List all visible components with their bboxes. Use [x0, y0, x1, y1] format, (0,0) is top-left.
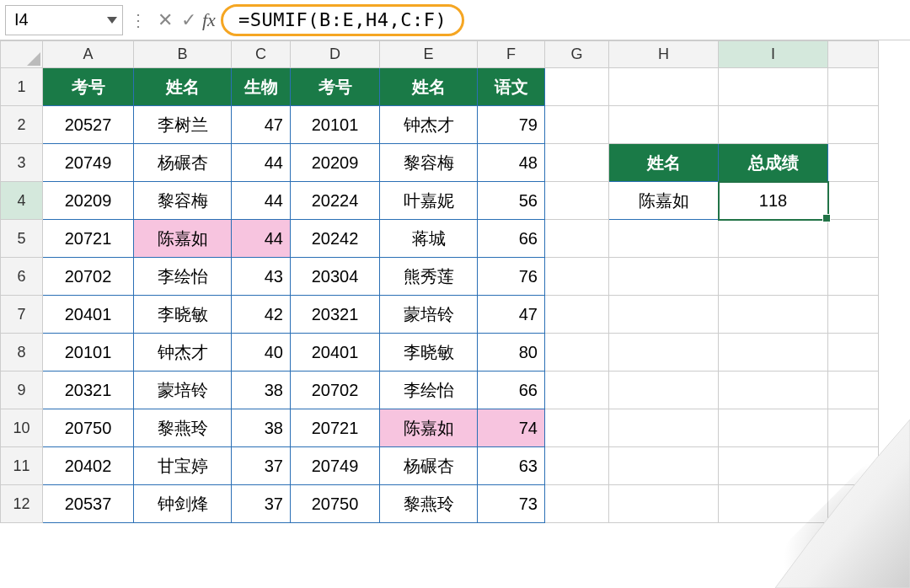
- cell-F5[interactable]: 66: [478, 220, 545, 258]
- cell-J5[interactable]: [828, 220, 879, 258]
- cell-D2[interactable]: 20101: [291, 106, 380, 144]
- col-header-C[interactable]: C: [232, 41, 291, 68]
- cell-G7[interactable]: [545, 296, 609, 334]
- cell-C7[interactable]: 42: [232, 296, 291, 334]
- cell-J12[interactable]: [828, 485, 879, 523]
- cell-E9[interactable]: 李绘怡: [380, 372, 478, 409]
- cell-C1[interactable]: 生物: [232, 68, 291, 106]
- cell-H10[interactable]: [609, 409, 719, 447]
- cell-G12[interactable]: [545, 485, 609, 523]
- fx-icon[interactable]: fx: [202, 9, 216, 31]
- cell-A8[interactable]: 20101: [43, 334, 134, 372]
- cell-B2[interactable]: 李树兰: [134, 106, 232, 144]
- cell-F1[interactable]: 语文: [478, 68, 545, 106]
- cell-B1[interactable]: 姓名: [134, 68, 232, 106]
- cell-G10[interactable]: [545, 409, 609, 447]
- cell-H9[interactable]: [609, 372, 719, 409]
- cell-H8[interactable]: [609, 334, 719, 372]
- row-header-1[interactable]: 1: [1, 68, 43, 106]
- cell-C12[interactable]: 37: [232, 485, 291, 523]
- cell-E11[interactable]: 杨碾杏: [380, 447, 478, 485]
- cell-I7[interactable]: [719, 296, 828, 334]
- cell-G2[interactable]: [545, 106, 609, 144]
- cell-B5[interactable]: 陈嘉如: [134, 220, 232, 258]
- cell-B9[interactable]: 蒙培铃: [134, 372, 232, 409]
- cell-F3[interactable]: 48: [478, 144, 545, 182]
- cell-G8[interactable]: [545, 334, 609, 372]
- row-header-9[interactable]: 9: [1, 372, 43, 409]
- cell-C11[interactable]: 37: [232, 447, 291, 485]
- cell-B6[interactable]: 李绘怡: [134, 258, 232, 296]
- col-header-F[interactable]: F: [478, 41, 545, 68]
- cell-J3[interactable]: [828, 144, 879, 182]
- cell-D3[interactable]: 20209: [291, 144, 380, 182]
- cell-A6[interactable]: 20702: [43, 258, 134, 296]
- cell-G3[interactable]: [545, 144, 609, 182]
- row-header-6[interactable]: 6: [1, 258, 43, 296]
- cell-G6[interactable]: [545, 258, 609, 296]
- cell-H11[interactable]: [609, 447, 719, 485]
- cell-H7[interactable]: [609, 296, 719, 334]
- spreadsheet[interactable]: A B C D E F G H I 1 考号 姓名 生物 考号 姓名 语文: [0, 40, 910, 523]
- cell-I1[interactable]: [719, 68, 828, 106]
- cell-E3[interactable]: 黎容梅: [380, 144, 478, 182]
- cell-B8[interactable]: 钟杰才: [134, 334, 232, 372]
- cell-E8[interactable]: 李晓敏: [380, 334, 478, 372]
- cell-F4[interactable]: 56: [478, 182, 545, 220]
- cell-B4[interactable]: 黎容梅: [134, 182, 232, 220]
- cell-I11[interactable]: [719, 447, 828, 485]
- cell-F6[interactable]: 76: [478, 258, 545, 296]
- cell-A1[interactable]: 考号: [43, 68, 134, 106]
- cell-D4[interactable]: 20224: [291, 182, 380, 220]
- cell-A10[interactable]: 20750: [43, 409, 134, 447]
- cell-A9[interactable]: 20321: [43, 372, 134, 409]
- cell-I2[interactable]: [719, 106, 828, 144]
- cell-F7[interactable]: 47: [478, 296, 545, 334]
- row-header-8[interactable]: 8: [1, 334, 43, 372]
- cell-D11[interactable]: 20749: [291, 447, 380, 485]
- cell-H3[interactable]: 姓名: [609, 144, 719, 182]
- cell-A3[interactable]: 20749: [43, 144, 134, 182]
- cell-C8[interactable]: 40: [232, 334, 291, 372]
- cell-I5[interactable]: [719, 220, 828, 258]
- col-header-E[interactable]: E: [380, 41, 478, 68]
- cell-C6[interactable]: 43: [232, 258, 291, 296]
- row-header-4[interactable]: 4: [1, 182, 43, 220]
- cell-B12[interactable]: 钟剑烽: [134, 485, 232, 523]
- cell-J7[interactable]: [828, 296, 879, 334]
- row-header-12[interactable]: 12: [1, 485, 43, 523]
- cell-A11[interactable]: 20402: [43, 447, 134, 485]
- cell-C4[interactable]: 44: [232, 182, 291, 220]
- cell-H1[interactable]: [609, 68, 719, 106]
- row-header-5[interactable]: 5: [1, 220, 43, 258]
- cell-I6[interactable]: [719, 258, 828, 296]
- cell-G1[interactable]: [545, 68, 609, 106]
- formula-input[interactable]: =SUMIF(B:E,H4,C:F): [238, 9, 447, 30]
- cell-E1[interactable]: 姓名: [380, 68, 478, 106]
- cell-H2[interactable]: [609, 106, 719, 144]
- cell-E2[interactable]: 钟杰才: [380, 106, 478, 144]
- row-header-7[interactable]: 7: [1, 296, 43, 334]
- cell-B3[interactable]: 杨碾杏: [134, 144, 232, 182]
- cell-J4[interactable]: [828, 182, 879, 220]
- select-all-corner[interactable]: [1, 41, 43, 68]
- cell-J9[interactable]: [828, 372, 879, 409]
- cell-D8[interactable]: 20401: [291, 334, 380, 372]
- cell-G9[interactable]: [545, 372, 609, 409]
- col-header-D[interactable]: D: [291, 41, 380, 68]
- col-header-extra[interactable]: [828, 41, 879, 68]
- cell-A4[interactable]: 20209: [43, 182, 134, 220]
- cell-I12[interactable]: [719, 485, 828, 523]
- cell-B7[interactable]: 李晓敏: [134, 296, 232, 334]
- cell-I3[interactable]: 总成绩: [719, 144, 828, 182]
- row-header-10[interactable]: 10: [1, 409, 43, 447]
- cell-E10[interactable]: 陈嘉如: [380, 409, 478, 447]
- cell-E12[interactable]: 黎燕玲: [380, 485, 478, 523]
- cell-G4[interactable]: [545, 182, 609, 220]
- col-header-I[interactable]: I: [719, 41, 828, 68]
- cell-B11[interactable]: 甘宝婷: [134, 447, 232, 485]
- col-header-G[interactable]: G: [545, 41, 609, 68]
- cell-G11[interactable]: [545, 447, 609, 485]
- cell-E5[interactable]: 蒋城: [380, 220, 478, 258]
- cell-J11[interactable]: [828, 447, 879, 485]
